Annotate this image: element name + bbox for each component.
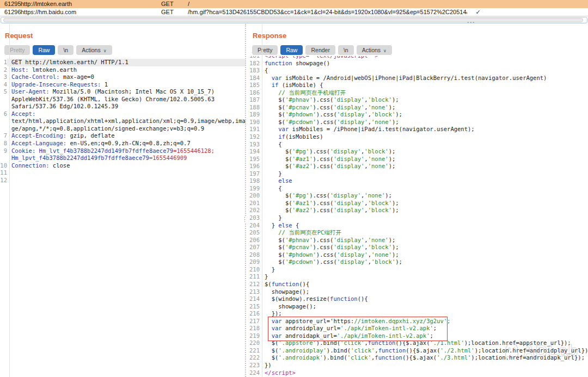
tab-label: Raw [286, 47, 297, 53]
line-number: 187 [247, 96, 260, 104]
splitter-handle-icon[interactable]: ⋯ [467, 20, 475, 25]
line-content: $('#pg').css('display','block'); [260, 148, 588, 156]
line-content: else [260, 177, 588, 185]
line-content: $('#pcdown').css('display','block'); [260, 258, 588, 266]
line-number: 219 [247, 332, 260, 340]
line-number: 206 [247, 237, 260, 244]
line-content: showpage(); [260, 288, 588, 296]
line-content: var isMobile = /Android|webOS|iPhone|iPa… [260, 75, 588, 82]
code-line: 201 $('#az1').css('display','block'); [247, 200, 588, 207]
line-number: 218 [247, 325, 260, 332]
line-content: $('#pcnav').css('display','none'); [260, 104, 588, 112]
line-content: { [260, 185, 588, 193]
code-line: 195 $('#az1').css('display','none'); [247, 156, 588, 163]
line-content [7, 177, 246, 184]
request-tab-actions[interactable]: Actions∨ [76, 45, 112, 55]
code-line: 212$(function(){ [247, 281, 588, 288]
code-line: 202 $('#az2').css('display','block'); [247, 207, 588, 214]
line-number: 223 [247, 362, 260, 369]
row-url: /hm.gif?hca=513D426155CBDD53&cc=1&ck=1&c… [188, 8, 467, 16]
line-number: 212 [247, 281, 260, 288]
line-content: { [260, 141, 588, 149]
line-content: AppleWebKit/537.36 (KHTML, like Gecko) C… [7, 96, 246, 103]
code-line: 193 { [247, 141, 588, 149]
history-row[interactable]: 61295http://lmtoken.earthGET/ [0, 0, 588, 8]
response-tab-newline[interactable]: \n [338, 45, 354, 55]
line-number: 215 [247, 303, 260, 311]
code-line: 187 $('#phnav').css('display','block'); [247, 96, 588, 104]
code-line: Safari/537.36 Edg/102.0.1245.39 [0, 103, 246, 110]
request-tab-newline[interactable]: \n [58, 45, 74, 55]
response-tab-pretty[interactable]: Pretty [252, 45, 278, 55]
line-content: $('.appstore').bind('click',function(){$… [260, 339, 588, 347]
line-number: 220 [247, 339, 260, 347]
line-content: $(function(){ [260, 281, 588, 288]
request-tab-pretty[interactable]: Pretty [4, 45, 30, 55]
row-method: GET [161, 0, 188, 8]
line-content: $('#phdown').css('display','block'); [260, 111, 588, 119]
code-line: 209 $('#pcdown').css('display','block'); [247, 258, 588, 266]
line-content: var androidplay_url='./apk/imToken-intl-… [260, 325, 588, 332]
code-line: 5User-Agent: Mozilla/5.0 (Macintosh; Int… [0, 88, 246, 96]
line-number: 205 [247, 229, 260, 237]
response-tab-actions[interactable]: Actions∨ [357, 45, 392, 55]
response-tab-render[interactable]: Render [305, 45, 335, 55]
line-number: 213 [247, 288, 260, 296]
code-line: 222 $('.androidapk').bind('click',functi… [247, 354, 588, 362]
request-tab-bar: PrettyRaw\nActions∨ [4, 45, 112, 55]
code-line: 7Accept-Encoding: gzip, deflate [0, 132, 246, 140]
line-number [0, 125, 7, 133]
code-line: 204 } else { [247, 222, 588, 230]
line-content: $('.androidapk').bind('click',function()… [260, 354, 588, 362]
line-content: $('#pg').css('display','none'); [260, 192, 588, 200]
response-tab-raw[interactable]: Raw [280, 45, 303, 55]
chevron-down-icon: ∨ [383, 48, 387, 53]
line-number: 188 [247, 104, 260, 112]
code-line: 224</script> [247, 369, 588, 377]
line-number: 207 [247, 244, 260, 251]
tab-label: Pretty [10, 47, 24, 53]
burp-proxy-view: 61295http://lmtoken.earthGET/61296https:… [0, 0, 588, 377]
line-content: GET http://lmtoken.earth/ HTTP/1.1 [7, 59, 246, 66]
response-editor[interactable]: 181<script type= 'text/javascript' >182f… [247, 56, 588, 377]
line-number: 197 [247, 170, 260, 178]
line-number [0, 154, 7, 162]
tab-label: Render [311, 47, 329, 53]
line-number: 182 [247, 60, 260, 67]
code-line: 185 if (isMobile) { [247, 82, 588, 89]
request-tab-raw[interactable]: Raw [33, 45, 55, 55]
horizontal-scrollbar[interactable] [1, 17, 587, 23]
tab-label: Raw [38, 47, 50, 53]
code-line: 214 $(window).resize(function(){ [247, 295, 588, 303]
request-editor[interactable]: 1GET http://lmtoken.earth/ HTTP/1.12Host… [0, 56, 246, 377]
row-url: / [188, 0, 467, 8]
code-line: 200 $('#pg').css('display','none'); [247, 192, 588, 200]
line-content: function showpage() [260, 60, 588, 67]
code-line: 203 } [247, 214, 588, 222]
line-content: }); [260, 310, 588, 318]
scrollbar-thumb[interactable] [3, 18, 583, 22]
code-line: 206 $('#phnav').css('display','none'); [247, 237, 588, 244]
line-number: 184 [247, 75, 260, 82]
line-content: </script> [260, 369, 588, 377]
code-line: ge/apng,*/*;q=0.8,application/signed-exc… [0, 125, 246, 133]
line-content: Connection: close [7, 162, 246, 170]
line-number: 189 [247, 111, 260, 119]
code-line: 192 if(isMobiles) [247, 133, 588, 141]
line-number: 198 [247, 177, 260, 185]
line-content: } [260, 214, 588, 222]
code-line: 188 $('#pcnav').css('display','none'); [247, 104, 588, 112]
code-line: 10Connection: close [0, 162, 246, 170]
line-number: 200 [247, 192, 260, 200]
line-content: $('#az1').css('display','block'); [260, 200, 588, 207]
line-number: 10 [0, 162, 7, 170]
line-number: 216 [247, 310, 260, 318]
code-line: 210 } [247, 266, 588, 274]
line-content: } [260, 266, 588, 274]
row-host: http://lmtoken.earth [21, 0, 161, 8]
line-number: 209 [247, 258, 260, 266]
code-line: text/html,application/xhtml+xml,applicat… [0, 118, 246, 125]
code-line: 182function showpage() [247, 60, 588, 67]
history-row[interactable]: 61296https://hm.baidu.comGET/hm.gif?hca=… [0, 8, 588, 16]
pane-splitter[interactable] [245, 24, 246, 377]
